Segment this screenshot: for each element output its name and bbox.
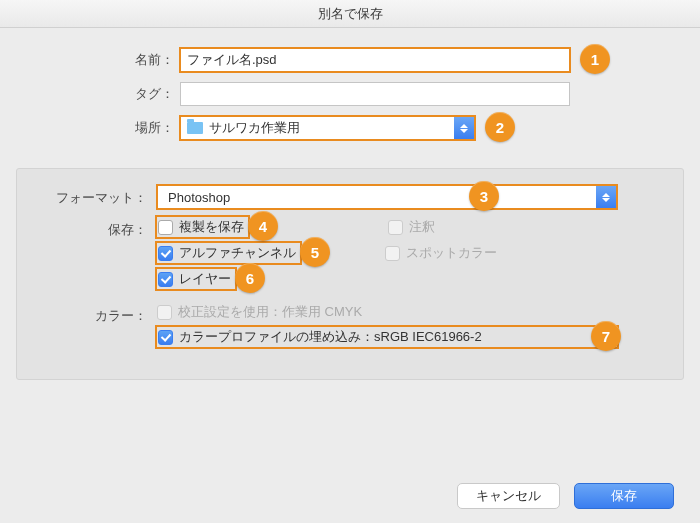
where-label: 場所： [40,119,180,137]
callout-5: 5 [300,237,330,267]
format-select[interactable]: Photoshop [157,185,617,209]
name-input[interactable] [180,48,570,72]
chevron-updown-icon [454,117,474,139]
callout-7: 7 [591,321,621,351]
proof-checkbox [157,305,172,320]
chevron-updown-icon [596,186,616,208]
color-options-label: カラー： [37,303,157,325]
profile-checkbox-label: カラープロファイルの埋め込み：sRGB IEC61966-2 [179,328,482,346]
dialog-footer: キャンセル 保存 [457,483,674,509]
callout-2: 2 [485,112,515,142]
layers-checkbox-label: レイヤー [179,270,231,288]
dialog-title: 別名で保存 [0,0,700,28]
where-value: サルワカ作業用 [209,119,300,137]
name-label: 名前： [40,51,180,69]
annotations-checkbox [388,220,403,235]
callout-1: 1 [580,44,610,74]
callout-4: 4 [248,211,278,241]
layers-checkbox[interactable] [158,272,173,287]
callout-3: 3 [469,181,499,211]
spot-checkbox-label: スポットカラー [406,244,497,262]
annotations-checkbox-label: 注釈 [409,218,435,236]
proof-checkbox-label: 校正設定を使用：作業用 CMYK [178,303,362,321]
save-button[interactable]: 保存 [574,483,674,509]
format-label: フォーマット： [37,185,157,207]
cancel-button[interactable]: キャンセル [457,483,560,509]
copy-checkbox-label: 複製を保存 [179,218,244,236]
format-value: Photoshop [164,190,230,205]
profile-checkbox[interactable] [158,330,173,345]
alpha-checkbox-label: アルファチャンネル [179,244,296,262]
save-options-label: 保存： [37,217,157,239]
spot-checkbox [385,246,400,261]
folder-icon [187,122,203,134]
callout-6: 6 [235,263,265,293]
options-section: フォーマット： Photoshop 3 保存： 複製を保存 4 [16,168,684,380]
alpha-checkbox[interactable] [158,246,173,261]
tags-label: タグ： [40,85,180,103]
tags-input[interactable] [180,82,570,106]
top-section: 名前： 1 タグ： 場所： サルワカ作業用 2 [0,28,700,162]
where-select[interactable]: サルワカ作業用 [180,116,475,140]
copy-checkbox[interactable] [158,220,173,235]
